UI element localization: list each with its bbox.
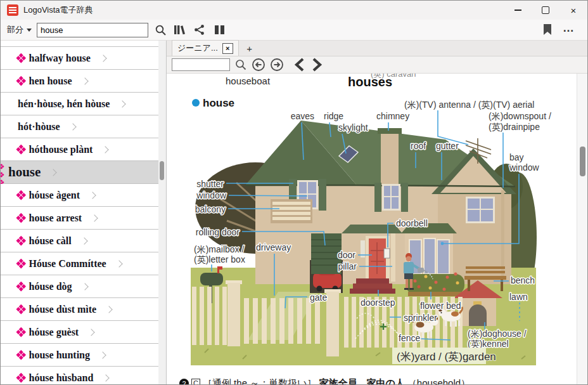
porch-roof <box>342 225 402 233</box>
list-item-partial[interactable] <box>1 41 159 47</box>
list-item[interactable]: hen house <box>1 70 159 93</box>
label-fence: fence <box>399 333 420 343</box>
history-back-button[interactable] <box>252 58 265 72</box>
label-eaves: eaves <box>291 111 314 121</box>
chevron-right-icon <box>88 329 95 336</box>
list-item[interactable]: hén·hòuse, hén hòuse <box>1 93 159 115</box>
library-button[interactable] <box>172 22 188 37</box>
chevron-right-icon <box>81 283 88 290</box>
label-ridge: ridge <box>324 111 343 121</box>
sense-number-icon: 2 <box>179 379 189 385</box>
chevron-right-icon <box>103 374 110 381</box>
find-button[interactable] <box>234 58 247 71</box>
circle-arrow-left-icon <box>252 58 265 72</box>
next-entry-button[interactable] <box>310 58 323 72</box>
search-button[interactable] <box>153 22 168 37</box>
list-item[interactable]: hóuse àgent <box>1 184 159 207</box>
close-icon: × <box>571 6 577 15</box>
chevron-down-icon <box>27 29 32 32</box>
list-item[interactable]: hóuse hùsband <box>1 367 159 385</box>
close-button[interactable]: × <box>559 1 587 20</box>
list-item-selected[interactable]: house <box>1 161 159 184</box>
dictionary-content: (英) caravan houseboat houses house <box>167 74 577 385</box>
diamond-icon <box>16 236 26 245</box>
minimize-button[interactable] <box>504 1 532 20</box>
chevron-right-icon <box>115 260 122 267</box>
chevron-right-icon <box>102 146 109 153</box>
tab-bar: ジーニア... × + <box>167 41 588 56</box>
sidebar-scrollbar-thumb[interactable] <box>160 161 164 180</box>
label-chimney: chimney <box>376 111 409 121</box>
new-tab-button[interactable]: + <box>239 41 260 56</box>
diamond-icon <box>16 259 26 268</box>
definition-synonym: （household） <box>407 377 470 385</box>
list-item[interactable]: hóuse càll <box>1 230 159 252</box>
list-item[interactable]: hóuse guèst <box>1 321 159 344</box>
downspout-pipe <box>501 190 504 283</box>
maximize-button[interactable] <box>532 1 559 20</box>
chevron-right-icon <box>81 77 88 84</box>
label-skylight: skylight <box>338 122 368 133</box>
more-menu-button[interactable]: … <box>563 22 575 35</box>
tab-close-button[interactable]: × <box>222 43 233 54</box>
label-bench: bench <box>511 275 535 285</box>
circle-arrow-right-icon <box>270 58 284 72</box>
title-bar: LogoVista電子辞典 × <box>1 1 587 20</box>
doorbell-box <box>384 249 390 258</box>
definition-footer: 2 C ［通例 the ～；単数扱い］ 家族全員，家中の人 （household… <box>179 377 470 385</box>
label-doorstep: doorstep <box>361 297 395 308</box>
label-letter-box: (英)letter box <box>194 254 245 264</box>
search-icon <box>155 24 167 36</box>
split-view-button[interactable] <box>212 22 227 37</box>
definition-main: 家族全員，家中の人 <box>319 377 405 385</box>
diamond-icon <box>16 145 26 154</box>
label-roof: roof <box>411 141 426 151</box>
diamond-icon <box>16 327 26 337</box>
chevron-right-icon <box>89 192 96 199</box>
tab-genius-dictionary[interactable]: ジーニア... × <box>172 40 239 56</box>
search-scope-label: 部分 <box>7 24 23 36</box>
house-diagram: (英) caravan houseboat houses house <box>167 74 577 385</box>
sidebar-scrollbar[interactable] <box>158 41 165 385</box>
diamond-icon <box>16 350 26 360</box>
label-gutter: gutter <box>436 141 459 151</box>
bookmark-icon <box>543 24 552 36</box>
list-item[interactable]: hóuse dùst mìte <box>1 298 159 321</box>
chevron-right-icon <box>99 351 106 358</box>
label-bay: bay <box>509 152 524 162</box>
diamond-icon <box>16 190 26 200</box>
label-doorbell: doorbell <box>396 218 428 228</box>
list-item[interactable]: hót·hòuse <box>1 115 159 138</box>
content-scrollbar-thumb[interactable] <box>580 147 585 176</box>
chevron-right-icon <box>99 55 106 62</box>
bookmark-button[interactable] <box>540 22 555 37</box>
list-item[interactable]: halfway house <box>1 47 159 70</box>
list-item[interactable]: house arrest <box>1 207 159 230</box>
list-item[interactable]: house hunting <box>1 344 159 367</box>
share-button[interactable] <box>192 22 207 37</box>
app-logo-icon <box>7 4 18 16</box>
label-downspout: (米)downspout / <box>489 111 551 121</box>
search-scope-dropdown[interactable]: 部分 <box>7 24 32 36</box>
app-title: LogoVista電子辞典 <box>23 4 93 16</box>
diamond-icon <box>16 373 26 382</box>
label-doghouse: (米)doghouse / <box>468 329 527 339</box>
pillar <box>391 233 395 282</box>
label-lawn: lawn <box>509 292 528 302</box>
history-forward-button[interactable] <box>270 58 284 72</box>
list-item[interactable]: hóuse dòg <box>1 275 159 298</box>
dictionary-search-input[interactable] <box>37 23 148 37</box>
maximize-icon <box>542 6 549 14</box>
list-item[interactable]: hóthouse plànt <box>1 138 159 161</box>
label-yard-garden: (米)yard / (英)garden <box>397 351 496 363</box>
chevron-right-icon <box>80 237 87 244</box>
chevron-right-icon <box>69 123 76 130</box>
prev-entry-button[interactable] <box>293 58 306 72</box>
content-scrollbar[interactable] <box>577 74 588 385</box>
header-houses: houses <box>348 75 392 89</box>
list-item[interactable]: Hóuse Commíttee <box>1 252 159 275</box>
share-icon <box>194 24 205 36</box>
flower-bed <box>406 274 464 294</box>
in-page-search-input[interactable] <box>172 58 230 71</box>
label-door: door <box>338 250 355 260</box>
